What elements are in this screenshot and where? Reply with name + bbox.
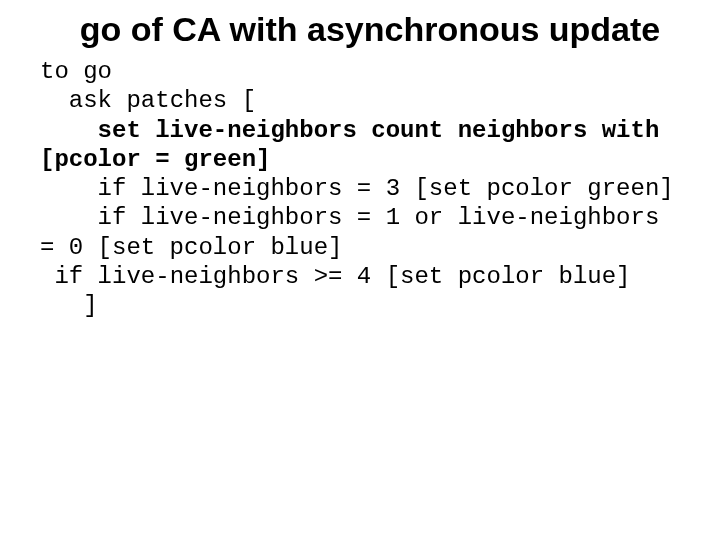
code-line: if live-neighbors = 1 or live-neighbors … xyxy=(40,204,674,260)
code-line: to go xyxy=(40,58,112,85)
slide-title: go of CA with asynchronous update xyxy=(60,10,680,55)
code-block: to go ask patches [ set live-neighbors c… xyxy=(40,57,680,320)
code-line-indent xyxy=(40,117,98,144)
code-line: if live-neighbors >= 4 [set pcolor blue] xyxy=(40,263,631,290)
code-line: if live-neighbors = 3 [set pcolor green] xyxy=(40,175,674,202)
code-line: ] xyxy=(40,292,98,319)
code-line-bold: set live-neighbors count neighbors with … xyxy=(40,117,674,173)
code-line: ask patches [ xyxy=(40,87,256,114)
